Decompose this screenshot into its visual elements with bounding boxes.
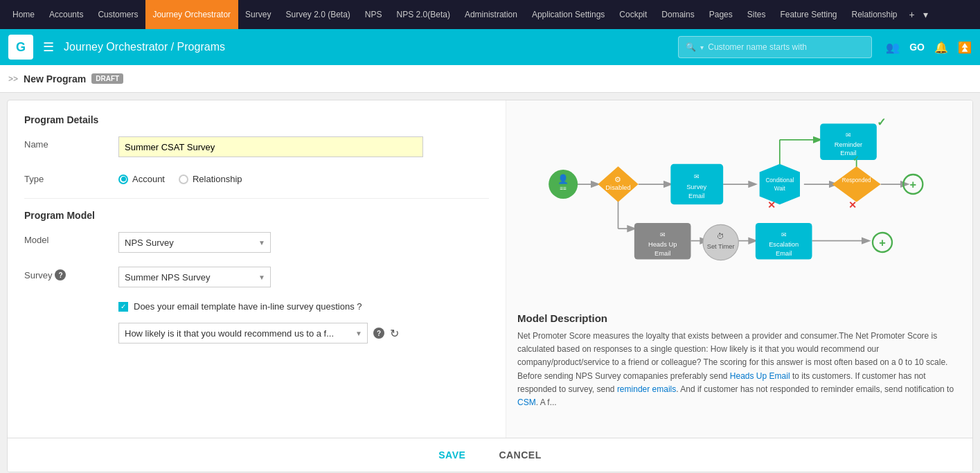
search-placeholder: Customer name starts with xyxy=(708,42,807,52)
svg-text:+: + xyxy=(910,178,917,190)
nav-journey-orchestrator[interactable]: Journey Orchestrator xyxy=(145,0,238,29)
name-input[interactable] xyxy=(118,136,423,157)
refresh-icon[interactable]: ↻ xyxy=(390,327,399,340)
name-field-wrapper xyxy=(118,136,489,157)
responded-node[interactable] xyxy=(832,166,881,202)
survey-label-group: Survey ? xyxy=(24,267,107,280)
section-divider xyxy=(24,198,489,199)
cancel-button[interactable]: CANCEL xyxy=(488,445,552,465)
svg-text:✉: ✉ xyxy=(781,231,787,238)
svg-text:✕: ✕ xyxy=(767,199,776,211)
svg-text:✓: ✓ xyxy=(853,154,859,163)
program-details-section-title: Program Details xyxy=(24,114,489,125)
svg-text:✉: ✉ xyxy=(694,173,700,180)
survey-label: Survey xyxy=(24,270,52,280)
svg-text:Survey: Survey xyxy=(686,184,706,190)
nav-cockpit[interactable]: Cockpit xyxy=(612,0,654,29)
inline-survey-help-icon[interactable]: ? xyxy=(373,328,384,339)
svg-text:≡≡: ≡≡ xyxy=(560,186,567,192)
nav-survey-beta[interactable]: Survey 2.0 (Beta) xyxy=(278,0,357,29)
svg-text:Responded: Responded xyxy=(842,177,871,184)
search-dropdown-icon: ▾ xyxy=(700,44,704,51)
svg-text:Conditional: Conditional xyxy=(765,177,794,184)
nav-survey[interactable]: Survey xyxy=(238,0,278,29)
nav-dropdown-icon[interactable]: ▾ xyxy=(919,9,932,20)
breadcrumb-bar: >> New Program DRAFT xyxy=(0,65,980,93)
nav-home[interactable]: Home xyxy=(6,0,42,29)
nav-nps[interactable]: NPS xyxy=(358,0,390,29)
right-panel: 👤 ≡≡ ⚙ Disabled ✉ Survey Email Condition… xyxy=(506,100,972,438)
svg-text:+: + xyxy=(879,236,886,249)
checkbox-check-icon: ✓ xyxy=(121,303,126,310)
survey-row: Survey ? Summer NPS Survey Q3 NPS Survey… xyxy=(24,267,489,287)
svg-text:Escalation: Escalation xyxy=(769,241,799,248)
nav-administration[interactable]: Administration xyxy=(458,0,525,29)
header-icons: 👥 GO 🔔 ⏫ xyxy=(886,41,972,54)
app-header: G ☰ Journey Orchestrator / Programs 🔍 ▾ … xyxy=(0,29,980,65)
nav-pages[interactable]: Pages xyxy=(702,0,740,29)
inline-survey-checkbox-row: ✓ Does your email template have in-line … xyxy=(118,301,489,312)
nav-more-icon[interactable]: + xyxy=(905,9,919,20)
nav-domains[interactable]: Domains xyxy=(654,0,702,29)
name-label: Name xyxy=(24,136,107,150)
model-description-title: Model Description xyxy=(517,312,961,324)
svg-text:👤: 👤 xyxy=(558,174,569,185)
inline-survey-select[interactable]: How likely is it that you would recommen… xyxy=(118,323,368,343)
breadcrumb-title: New Program xyxy=(24,73,86,84)
radio-relationship[interactable]: Relationship xyxy=(179,174,242,184)
svg-text:✓: ✓ xyxy=(877,116,886,128)
people-icon[interactable]: 👥 xyxy=(886,41,900,54)
nav-relationship[interactable]: Relationship xyxy=(845,0,905,29)
hamburger-icon[interactable]: ☰ xyxy=(40,37,57,57)
svg-text:Email: Email xyxy=(776,250,792,257)
type-radio-group: Account Relationship xyxy=(118,171,489,184)
survey-field-wrapper: Summer NPS Survey Q3 NPS Survey ▼ xyxy=(118,267,489,287)
program-model-section-title: Program Model xyxy=(24,210,489,221)
save-button[interactable]: SAVE xyxy=(427,445,476,465)
svg-text:⏱: ⏱ xyxy=(717,232,724,240)
survey-select-wrapper: Summer NPS Survey Q3 NPS Survey ▼ xyxy=(118,267,271,287)
survey-help-icon[interactable]: ? xyxy=(55,269,66,280)
model-description: Model Description Net Promoter Score mea… xyxy=(517,312,961,409)
draft-badge: DRAFT xyxy=(91,73,123,84)
name-row: Name xyxy=(24,136,489,157)
model-label: Model xyxy=(24,232,107,245)
svg-text:Email: Email xyxy=(688,193,704,199)
svg-text:✕: ✕ xyxy=(848,199,857,211)
set-timer-node[interactable] xyxy=(703,224,738,260)
conditional-wait-node[interactable] xyxy=(760,164,800,204)
model-row: Model NPS Survey CSAT Survey Onboarding … xyxy=(24,232,489,253)
model-select[interactable]: NPS Survey CSAT Survey Onboarding xyxy=(118,232,271,253)
go-label[interactable]: GO xyxy=(909,42,925,53)
nav-feature-setting[interactable]: Feature Setting xyxy=(773,0,844,29)
type-row: Type Account Relationship xyxy=(24,171,489,184)
footer: SAVE CANCEL xyxy=(8,438,972,472)
nav-customers[interactable]: Customers xyxy=(91,0,145,29)
inline-survey-select-wrapper: How likely is it that you would recommen… xyxy=(118,323,368,343)
survey-select[interactable]: Summer NPS Survey Q3 NPS Survey xyxy=(118,267,271,287)
radio-account[interactable]: Account xyxy=(118,174,165,184)
nav-nps-beta[interactable]: NPS 2.0(Beta) xyxy=(390,0,458,29)
expand-icon[interactable]: ⏫ xyxy=(958,41,972,54)
bell-icon[interactable]: 🔔 xyxy=(934,41,948,54)
app-logo[interactable]: G xyxy=(8,35,33,60)
top-navigation: Home Accounts Customers Journey Orchestr… xyxy=(0,0,980,29)
svg-text:✉: ✉ xyxy=(846,132,851,139)
nav-accounts[interactable]: Accounts xyxy=(42,0,91,29)
breadcrumb-expand-icon[interactable]: >> xyxy=(8,74,18,84)
content-body: Program Details Name Type Account xyxy=(8,100,972,438)
nav-application-settings[interactable]: Application Settings xyxy=(525,0,612,29)
search-bar[interactable]: 🔍 ▾ Customer name starts with xyxy=(678,36,872,58)
csm-highlight: CSM xyxy=(517,398,536,407)
model-field-wrapper: NPS Survey CSAT Survey Onboarding ▼ xyxy=(118,232,489,253)
search-icon: 🔍 xyxy=(686,42,696,52)
nav-sites[interactable]: Sites xyxy=(740,0,774,29)
svg-text:Disabled: Disabled xyxy=(605,184,630,191)
type-label: Type xyxy=(24,171,107,184)
inline-survey-checkbox-label: Does your email template have in-line su… xyxy=(134,301,362,312)
inline-survey-checkbox[interactable]: ✓ xyxy=(118,302,128,312)
left-panel: Program Details Name Type Account xyxy=(8,100,506,438)
model-select-wrapper: NPS Survey CSAT Survey Onboarding ▼ xyxy=(118,232,271,253)
svg-text:✉: ✉ xyxy=(660,231,666,238)
main-content: Program Details Name Type Account xyxy=(7,100,973,472)
